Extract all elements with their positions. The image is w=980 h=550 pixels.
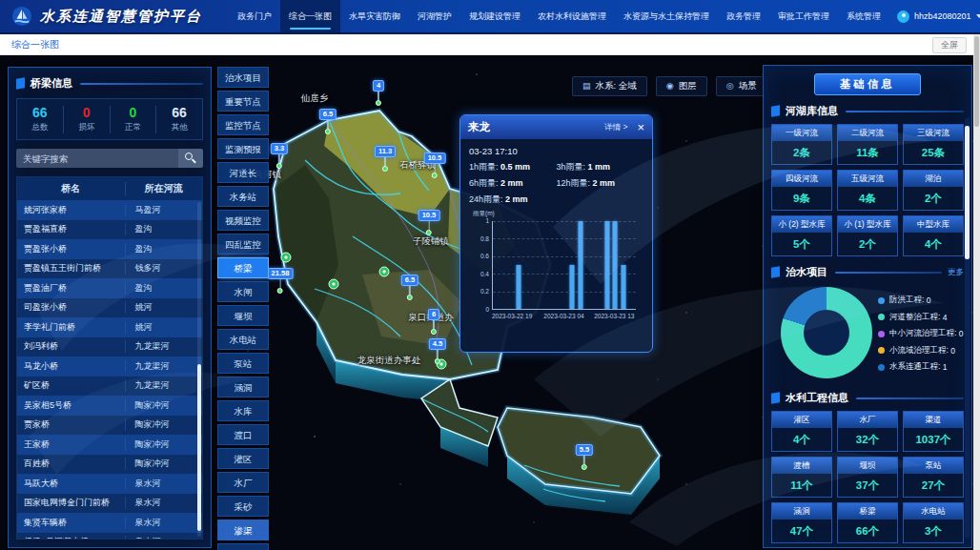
window-scrollbar-thumb[interactable] [974, 36, 979, 127]
nav-item[interactable]: 综合一张图 [280, 0, 340, 32]
stat-card[interactable]: 五级河流 4条 [837, 170, 898, 211]
stat-card[interactable]: 小 (1) 型水库 2个 [837, 215, 898, 256]
nav-item[interactable]: 政务门户 [229, 0, 280, 32]
layer-menu-item[interactable]: 水电站 [217, 329, 269, 350]
stat-card[interactable]: 二级河流 11条 [837, 124, 898, 165]
stat-card[interactable]: 水电站 3个 [903, 502, 964, 543]
layer-menu-item[interactable]: 视频监控 [217, 210, 269, 231]
layer-menu-item[interactable]: 渡口 [217, 424, 269, 445]
station-marker[interactable]: 4.5 [429, 338, 446, 364]
stat-card[interactable]: 水厂 32个 [837, 411, 898, 452]
nav-item[interactable]: 规划建设管理 [460, 0, 529, 32]
layer-menu-item[interactable]: 渗渠 [217, 519, 269, 540]
map-control-button[interactable]: ◎ 场景 [716, 76, 767, 96]
table-row[interactable]: 李学礼门前桥 姚河 [17, 317, 202, 337]
table-row[interactable]: 桥梁5号混凝土桥 泉水河 [17, 533, 202, 540]
station-marker[interactable]: 5.5 [576, 444, 593, 470]
stat-card[interactable]: 渠道 1037个 [903, 411, 964, 452]
layer-menu-item[interactable]: 涵洞 [217, 377, 269, 397]
close-icon[interactable]: × [637, 121, 644, 133]
layer-menu-item[interactable]: 治水项目 [217, 67, 269, 88]
stat-card[interactable]: 湖泊 2个 [903, 170, 964, 211]
panel-scrollbar-thumb[interactable] [965, 126, 970, 259]
table-row[interactable]: 贾盈张小桥 盈沟 [17, 239, 202, 259]
layer-menu-item[interactable]: 泵站 [217, 353, 269, 374]
popup-body: 03-23 17:10 1h雨量: 0.5 mm 3h雨量: 1 mm 6h雨量… [460, 139, 652, 324]
table-scrollbar-thumb[interactable] [197, 364, 201, 531]
stat-card[interactable]: 一级河流 2条 [771, 124, 832, 165]
layer-menu-item[interactable]: 重要节点 [217, 91, 269, 112]
table-row[interactable]: 吴家相5号桥 陶家冲河 [17, 396, 202, 416]
site-marker-icon[interactable] [379, 267, 390, 277]
stat-card[interactable]: 泵站 27个 [903, 457, 964, 498]
breadcrumb[interactable]: 综合一张图 [11, 38, 59, 51]
stat-card[interactable]: 中型水库 4个 [903, 215, 964, 256]
table-row[interactable]: 百姓桥 陶家冲河 [17, 455, 202, 475]
fullscreen-button[interactable]: 全屏 [932, 37, 967, 53]
table-row[interactable]: 国家电网博金门门前桥 泉水河 [17, 494, 202, 514]
nav-item[interactable]: 农村水利设施管理 [529, 0, 615, 32]
stat-card[interactable]: 小 (2) 型水库 5个 [771, 215, 832, 256]
layer-menu-item[interactable]: 河道长 [217, 162, 269, 183]
nav-item[interactable]: 河湖管护 [409, 0, 460, 32]
table-row[interactable]: 贾盈镇五王街门前桥 钱多河 [17, 259, 202, 279]
nav-item[interactable]: 水资源与水土保持管理 [615, 0, 718, 32]
layer-menu-item[interactable]: 监控节点 [217, 114, 269, 135]
station-marker[interactable]: 10.5 [424, 153, 446, 178]
layer-menu-item[interactable]: 水库 [217, 400, 269, 421]
nav-item[interactable]: 水旱灾害防御 [340, 0, 409, 32]
layer-menu-item[interactable]: 灌区 [217, 448, 269, 469]
table-scrollbar[interactable] [197, 202, 201, 537]
stat-card[interactable]: 四级河流 9条 [771, 170, 832, 211]
station-marker[interactable]: 21.58 [268, 268, 294, 294]
table-row[interactable]: 贾家桥 陶家冲河 [17, 416, 202, 436]
nav-item[interactable]: 审批工作管理 [769, 0, 838, 32]
stat-card[interactable]: 三级河流 25条 [903, 124, 964, 165]
table-row[interactable]: 王家桥 陶家冲河 [17, 435, 202, 455]
stat-card[interactable]: 涵洞 47个 [771, 502, 832, 543]
table-row[interactable]: 马龙小桥 九龙渠河 [17, 356, 202, 377]
station-marker[interactable]: 3.3 [271, 143, 288, 169]
layer-menu-item[interactable]: 堤防 [217, 543, 269, 550]
table-row[interactable]: 矿区桥 九龙渠河 [17, 377, 202, 397]
station-marker[interactable]: 10.5 [419, 210, 440, 235]
table-row[interactable]: 姚河张家桥 马盈河 [17, 200, 202, 220]
table-row[interactable]: 刘冯利桥 九龙渠河 [17, 337, 202, 357]
nav-item[interactable]: 系统管理 [838, 0, 889, 32]
table-row[interactable]: 集贤车辆桥 泉水河 [17, 513, 202, 533]
search-input[interactable] [16, 149, 178, 168]
station-marker[interactable]: 6.5 [319, 109, 337, 134]
user-menu[interactable]: hhzb42080201 [897, 10, 980, 23]
popup-detail-link[interactable]: 详情 > [604, 122, 627, 133]
layer-menu-item[interactable]: 堰坝 [217, 305, 269, 326]
station-marker[interactable]: 6 [428, 309, 439, 335]
stat-card[interactable]: 灌区 4个 [771, 411, 832, 452]
layer-menu-item[interactable]: 水务站 [217, 186, 269, 207]
more-link[interactable]: 更多 [948, 267, 964, 278]
stat-card[interactable]: 桥梁 66个 [837, 502, 898, 543]
map-control-button[interactable]: ▤ 水系: 全域 [572, 76, 647, 96]
layer-menu-item[interactable]: 监测预报 [217, 138, 269, 159]
window-scrollbar[interactable] [973, 34, 980, 550]
station-marker[interactable]: 6.5 [401, 275, 419, 300]
table-row[interactable]: 贾盈油厂桥 盈沟 [17, 278, 202, 298]
panel-scrollbar[interactable] [965, 118, 970, 538]
site-marker-icon[interactable] [281, 253, 292, 263]
layer-menu-item[interactable]: 桥梁 [217, 257, 269, 278]
table-row[interactable]: 司盈张小桥 姚河 [17, 298, 202, 318]
table-row[interactable]: 马跃大桥 泉水河 [17, 474, 202, 494]
layer-menu-item[interactable]: 水厂 [217, 472, 269, 493]
stat-card[interactable]: 渡槽 11个 [771, 457, 832, 498]
layer-menu-item[interactable]: 采砂 [217, 496, 269, 517]
table-row[interactable]: 贾盈福直桥 盈沟 [17, 220, 202, 240]
stat-card[interactable]: 堰坝 37个 [837, 457, 898, 498]
layer-menu-item[interactable]: 水闸 [217, 281, 269, 302]
site-marker-icon[interactable] [329, 279, 339, 290]
station-marker[interactable]: 11.3 [375, 146, 396, 172]
basic-info-button[interactable]: 基础信息 [814, 73, 921, 95]
nav-item[interactable]: 政务管理 [718, 0, 769, 32]
search-button[interactable] [178, 149, 203, 168]
layer-menu-item[interactable]: 四乱监控 [217, 234, 269, 255]
map-control-button[interactable]: ◉ 图层 [656, 76, 707, 96]
station-marker[interactable]: 4 [373, 80, 384, 106]
